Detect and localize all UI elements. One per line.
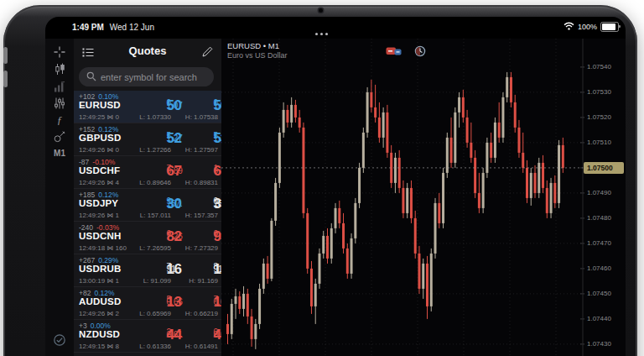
high-value: H: 0.66219 <box>185 310 218 317</box>
screen: 1:49 PMWed 12 Jun 100% <box>45 17 626 356</box>
price-pip: 7 <box>166 164 171 173</box>
low-value: L: 0.89646 <box>139 179 171 186</box>
high-value: H: 91.169 <box>189 277 218 285</box>
svg-text:1.07480: 1.07480 <box>587 214 611 222</box>
objects-icon[interactable] <box>45 131 74 144</box>
time-and-spread: 13:00:19 ⋈ 1 <box>79 277 119 285</box>
edit-pencil-icon[interactable] <box>202 45 213 60</box>
low-value: L: 1.27266 <box>139 146 171 154</box>
quote-row[interactable]: +1850.12%USDJPY12:49:26 ⋈ 1157.309157.31… <box>74 189 221 222</box>
time-and-spread: 12:49:25 ⋈ 0 <box>79 113 119 121</box>
high-value: H: 0.89831 <box>185 179 218 186</box>
symbol-name: EURUSD <box>79 100 121 110</box>
svg-text:1.07490: 1.07490 <box>587 189 611 196</box>
low-value: L: 1.07330 <box>139 113 171 121</box>
svg-text:1.07440: 1.07440 <box>587 315 611 322</box>
clock-time: 1:49 PM <box>72 23 104 32</box>
quotes-list: +1020.10%EURUSD12:49:25 ⋈ 01.075001.0750… <box>74 91 221 356</box>
low-value: L: 91.099 <box>143 277 171 285</box>
svg-text:1.07510: 1.07510 <box>587 139 611 146</box>
quote-row[interactable]: +820.12%AUDUSD12:49:26 ⋈ 20.661350.66137… <box>74 287 221 320</box>
search-placeholder: enter symbol for search <box>101 72 197 82</box>
quote-row[interactable]: +1520.12%GBPUSD12:49:26 ⋈ 01.275251.2752… <box>74 123 221 156</box>
price-pip: 0 <box>166 229 171 238</box>
price-pip: 8 <box>213 262 218 271</box>
high-value: H: 1.07538 <box>185 113 218 121</box>
high-value: H: 0.61491 <box>185 343 218 350</box>
time-and-spread: 12:49:15 ⋈ 8 <box>79 343 119 350</box>
high-value: H: 157.357 <box>185 212 218 219</box>
low-value: L: 0.61336 <box>139 343 171 350</box>
svg-text:1.07540: 1.07540 <box>587 63 611 71</box>
quote-row[interactable]: +2670.29%USDRUB13:00:19 ⋈ 191.16791.168L… <box>74 254 221 287</box>
svg-text:1.07450: 1.07450 <box>587 290 611 297</box>
symbol-name: NZDUSD <box>79 329 120 339</box>
status-left: 1:49 PMWed 12 Jun <box>72 23 154 32</box>
time-and-spread: 12:49:26 ⋈ 2 <box>79 310 119 317</box>
price-pip: 5 <box>166 295 171 304</box>
tablet-device: 1:49 PMWed 12 Jun 100% <box>3 5 637 356</box>
svg-text:1.07470: 1.07470 <box>587 239 611 247</box>
time-and-spread: 12:49:18 ⋈ 160 <box>79 244 127 252</box>
price-pip: 0 <box>166 98 171 107</box>
quote-row[interactable]: -240-0.03%USDCNH12:49:18 ⋈ 1607.268207.2… <box>74 222 221 254</box>
chart-toolbar: ƒ M1 <box>45 39 75 356</box>
price-pip: 5 <box>166 131 171 140</box>
candlestick-chart[interactable]: 1.075401.075301.075201.075101.074901.074… <box>221 39 626 356</box>
price-pip: 0 <box>213 229 218 238</box>
svg-text:1.07500: 1.07500 <box>587 164 613 172</box>
symbol-name: USDJPY <box>79 198 118 208</box>
trade-buttons-icon[interactable] <box>386 45 402 60</box>
clock-date: Wed 12 Jun <box>110 23 154 32</box>
crosshair-icon[interactable] <box>45 46 74 60</box>
low-value: L: 0.65969 <box>139 310 171 317</box>
symbol-name: AUDUSD <box>79 296 121 306</box>
function-icon[interactable]: ƒ <box>45 114 74 128</box>
indicators-icon[interactable] <box>45 97 74 111</box>
price-pip: 7 <box>166 262 171 271</box>
high-value: H: 1.27597 <box>185 146 218 154</box>
quote-row[interactable]: -87-0.10%USDCHF12:49:26 ⋈ 40.896770.8968… <box>74 156 221 189</box>
low-value: L: 7.26595 <box>139 244 171 252</box>
price-pip: 1 <box>213 164 218 173</box>
price-pip: 5 <box>213 131 218 140</box>
price-pip: 0 <box>213 196 218 206</box>
front-camera <box>319 8 323 13</box>
svg-text:1.07530: 1.07530 <box>587 88 611 96</box>
svg-text:1.07460: 1.07460 <box>587 264 611 272</box>
chat-icon[interactable] <box>45 333 74 347</box>
timeframe-button[interactable]: M1 <box>45 149 74 162</box>
symbol-name: USDCNH <box>79 231 121 241</box>
symbol-name: USDRUB <box>79 264 121 274</box>
multitasking-dots-icon <box>315 33 328 35</box>
candlestick-style-icon[interactable] <box>45 63 74 76</box>
svg-text:1.07430: 1.07430 <box>587 340 611 348</box>
quote-row[interactable]: +30.00%NZDUSD12:49:15 ⋈ 80.614420.61450L… <box>74 320 221 353</box>
quotes-title: Quotes <box>74 44 221 57</box>
quote-row[interactable]: -96-0.07%490493 <box>74 353 221 356</box>
symbol-name: USDCHF <box>79 165 120 175</box>
wifi-icon <box>564 22 574 32</box>
screenshot-stage: 1:49 PMWed 12 Jun 100% <box>0 0 644 356</box>
time-and-spread: 12:49:26 ⋈ 1 <box>79 212 119 219</box>
battery-percent: 100% <box>578 23 597 31</box>
clock-icon[interactable] <box>414 45 426 60</box>
time-and-spread: 12:49:26 ⋈ 0 <box>79 146 119 154</box>
chart-panel: EURUSD • M1 Euro vs US Dollar 1.075401.0… <box>221 39 626 356</box>
price-pip: 7 <box>213 295 218 304</box>
battery-icon <box>600 22 619 32</box>
price-pip: 9 <box>166 196 171 206</box>
price-pip: 0 <box>213 98 218 107</box>
low-value: L: 157.011 <box>140 212 171 219</box>
price-pip: 2 <box>166 327 171 337</box>
quotes-panel: Quotes enter symbol for search +1020.10%… <box>74 39 222 356</box>
search-icon <box>86 71 96 83</box>
search-input[interactable]: enter symbol for search <box>79 67 214 86</box>
volume-down-button <box>3 71 8 87</box>
bar-chart-icon[interactable] <box>45 81 74 94</box>
high-value: H: 7.27329 <box>185 244 218 252</box>
price-pip: 0 <box>213 327 218 337</box>
quote-row[interactable]: +1020.10%EURUSD12:49:25 ⋈ 01.075001.0750… <box>74 91 221 123</box>
symbol-name: GBPUSD <box>79 133 121 143</box>
volume-up-button <box>3 47 8 64</box>
